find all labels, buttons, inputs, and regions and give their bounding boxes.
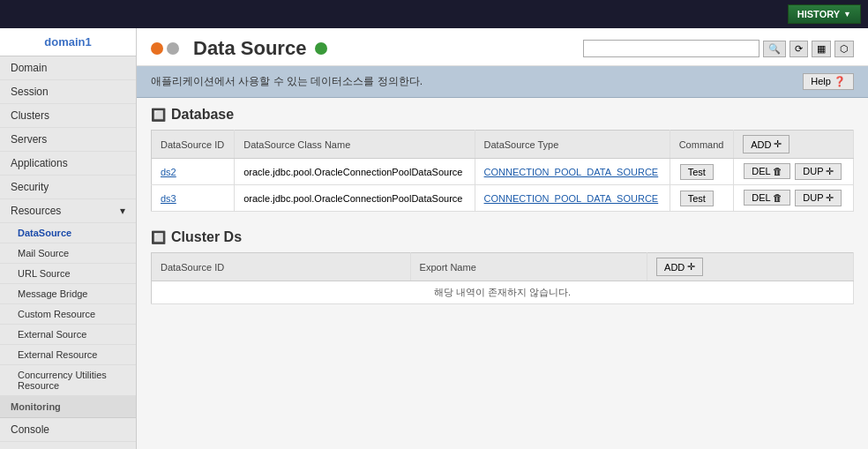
row2-actions: DEL 🗑 DUP ✛ [734, 185, 854, 212]
content-area: Data Source 🔍 ⟳ ▦ ⬡ 애플리케이션에서 사용할 수 있는 데이… [137, 28, 868, 449]
cluster-col-add: ADD ✛ [647, 253, 854, 281]
database-table: DataSource ID DataSource Class Name Data… [151, 130, 854, 212]
sidebar-sub-mailsource[interactable]: Mail Source [0, 243, 136, 264]
row1-command: Test [670, 159, 734, 185]
sidebar-sub-concurrency[interactable]: Concurrency Utilities Resource [0, 365, 136, 396]
sidebar-item-security[interactable]: Security [0, 176, 136, 199]
row2-type-link[interactable]: CONNECTION_POOL_DATA_SOURCE [484, 193, 659, 204]
cluster-add-icon: ✛ [687, 261, 695, 273]
cluster-section-icon: 🔲 [151, 230, 166, 244]
sidebar-sub-datasource[interactable]: DataSource [0, 223, 136, 243]
history-label: HISTORY [797, 9, 840, 19]
row1-type-link[interactable]: CONNECTION_POOL_DATA_SOURCE [484, 167, 659, 177]
help-icon: ❓ [834, 76, 846, 86]
status-indicator-green [315, 42, 327, 55]
row1-actions: DEL 🗑 DUP ✛ [734, 159, 854, 185]
row2-command: Test [670, 185, 734, 212]
row2-test-button[interactable]: Test [680, 191, 714, 206]
row1-id-link[interactable]: ds2 [161, 167, 176, 177]
row1-test-button[interactable]: Test [680, 164, 714, 180]
database-section: 🔲 Database DataSource ID DataSource Clas… [137, 98, 868, 221]
page-title: Data Source [193, 37, 306, 60]
info-text: 애플리케이션에서 사용할 수 있는 데이터소스를 정의한다. [151, 74, 423, 89]
status-dot-gray [167, 42, 179, 55]
info-bar: 애플리케이션에서 사용할 수 있는 데이터소스를 정의한다. Help ❓ [137, 66, 868, 98]
sidebar-item-resources[interactable]: Resources ▾ [0, 199, 136, 223]
domain-header[interactable]: domain1 [0, 28, 136, 56]
row1-type: CONNECTION_POOL_DATA_SOURCE [475, 159, 670, 185]
sidebar: domain1 Domain Session Clusters Servers … [0, 28, 137, 449]
table-row: ds2 oracle.jdbc.pool.OracleConnectionPoo… [152, 159, 854, 185]
database-section-icon: 🔲 [151, 108, 166, 122]
search-bar: 🔍 ⟳ ▦ ⬡ [583, 40, 854, 57]
header-left: Data Source [151, 37, 327, 60]
add-icon: ✛ [774, 138, 782, 150]
main-layout: domain1 Domain Session Clusters Servers … [0, 28, 868, 449]
row1-id: ds2 [152, 159, 235, 185]
cluster-ds-table: DataSource ID Export Name ADD ✛ 해당 내역이 존… [151, 252, 854, 304]
export-button[interactable]: ⬡ [834, 41, 854, 57]
cluster-ds-section-title: 🔲 Cluster Ds [151, 229, 854, 245]
sidebar-sub-externalsource[interactable]: External Source [0, 325, 136, 345]
row2-id-link[interactable]: ds3 [161, 193, 176, 204]
cluster-col-export: Export Name [410, 253, 647, 281]
resources-label: Resources [11, 205, 61, 217]
add-label: ADD [751, 139, 771, 150]
sidebar-item-clusters[interactable]: Clusters [0, 104, 136, 128]
sidebar-item-console[interactable]: Console [0, 418, 136, 442]
sidebar-sub-customresource[interactable]: Custom Resource [0, 304, 136, 325]
row2-dup-button[interactable]: DUP ✛ [795, 190, 842, 206]
cluster-ds-title-text: Cluster Ds [171, 229, 242, 245]
history-arrow: ▼ [843, 10, 851, 19]
row1-class: oracle.jdbc.pool.OracleConnectionPoolDat… [235, 159, 475, 185]
database-title-text: Database [171, 107, 234, 123]
database-section-title: 🔲 Database [151, 107, 854, 123]
resources-arrow: ▾ [120, 205, 125, 217]
row1-dup-button[interactable]: DUP ✛ [795, 163, 842, 180]
sidebar-item-domain[interactable]: Domain [0, 56, 136, 80]
row2-class: oracle.jdbc.pool.OracleConnectionPoolDat… [235, 185, 475, 212]
monitoring-section-label: Monitoring [0, 396, 136, 418]
grid-button[interactable]: ▦ [812, 41, 831, 57]
sidebar-sub-urlsource[interactable]: URL Source [0, 264, 136, 284]
sidebar-sub-externalresource[interactable]: External Resource [0, 345, 136, 365]
col-command: Command [670, 131, 734, 159]
search-input[interactable] [583, 40, 760, 57]
status-dot-orange [151, 42, 163, 55]
row2-id: ds3 [152, 185, 235, 212]
search-button[interactable]: 🔍 [763, 41, 786, 57]
cluster-ds-section: 🔲 Cluster Ds DataSource ID Export Name A… [137, 221, 868, 313]
database-add-button[interactable]: ADD ✛ [743, 135, 789, 153]
table-row: ds3 oracle.jdbc.pool.OracleConnectionPoo… [152, 185, 854, 212]
help-button[interactable]: Help ❓ [803, 73, 854, 90]
cluster-add-button[interactable]: ADD ✛ [656, 258, 703, 276]
col-datasource-type: DataSource Type [475, 131, 670, 159]
help-label: Help [811, 76, 831, 86]
sidebar-item-servers[interactable]: Servers [0, 128, 136, 152]
top-bar: HISTORY ▼ [0, 0, 868, 28]
cluster-col-id: DataSource ID [152, 253, 411, 281]
row1-del-button[interactable]: DEL 🗑 [744, 163, 790, 179]
row2-type: CONNECTION_POOL_DATA_SOURCE [475, 185, 670, 212]
status-dots [151, 42, 179, 55]
col-add-action: ADD ✛ [734, 131, 854, 159]
col-class-name: DataSource Class Name [235, 131, 475, 159]
refresh-button[interactable]: ⟳ [789, 41, 808, 57]
cluster-empty-row: 해당 내역이 존재하지 않습니다. [152, 281, 854, 304]
row2-del-button[interactable]: DEL 🗑 [744, 190, 790, 206]
history-button[interactable]: HISTORY ▼ [788, 4, 861, 24]
sidebar-item-session[interactable]: Session [0, 80, 136, 104]
cluster-empty-message: 해당 내역이 존재하지 않습니다. [152, 281, 854, 304]
sidebar-sub-messagebridge[interactable]: Message Bridge [0, 284, 136, 304]
col-datasource-id: DataSource ID [152, 131, 235, 159]
sidebar-item-applications[interactable]: Applications [0, 152, 136, 176]
content-header: Data Source 🔍 ⟳ ▦ ⬡ [137, 28, 868, 66]
cluster-add-label: ADD [664, 262, 685, 273]
